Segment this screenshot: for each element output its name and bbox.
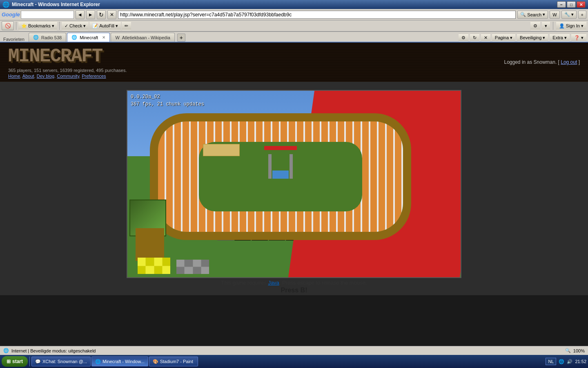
google-search-area: Google: [2, 11, 74, 19]
window-title-area: 🌐 Minecraft - Windows Internet Explorer: [2, 1, 100, 8]
extra-button[interactable]: Extra▾: [550, 34, 570, 42]
mc-sandpit: [203, 144, 240, 156]
mc-logo: MINECRAFT: [8, 46, 127, 67]
forward-button[interactable]: ►: [86, 10, 95, 19]
nav-community[interactable]: Community: [57, 74, 79, 79]
user-icon: 👤: [559, 23, 565, 29]
add-button[interactable]: +: [578, 11, 586, 19]
highlight-button[interactable]: ✏: [122, 21, 131, 30]
mc-stats: 365 players, 151 servers, 16399 register…: [8, 68, 127, 73]
google-search-input[interactable]: [21, 11, 74, 19]
separator2: [59, 22, 60, 30]
tab-close-button[interactable]: ✕: [102, 35, 105, 40]
sign-in-button[interactable]: 👤 Sign In ▾: [556, 21, 586, 30]
tab-icon: W: [115, 35, 119, 40]
windows-icon: ⊞: [7, 359, 11, 364]
window-controls: − □ ✕: [557, 1, 586, 8]
mc-track-outer: [150, 113, 411, 240]
check-dropdown: ▾: [83, 23, 86, 29]
autofill-button[interactable]: 📝 AutoFill ▾: [89, 21, 121, 30]
press-b-text: Press B!: [281, 287, 307, 294]
ie-settings-button[interactable]: ⚙: [530, 21, 540, 30]
stop2-button[interactable]: ✕: [481, 34, 490, 42]
mc-nav: Home, About, Dev blog, Community, Prefer…: [8, 74, 127, 79]
minecraft-page: MINECRAFT 365 players, 151 servers, 1639…: [0, 43, 588, 295]
ie-right-buttons: ⚙ ↻ ✕ Pagina▾ Beveiliging▾ Extra▾ ❓▾: [459, 34, 586, 42]
nav-preferences[interactable]: Preferences: [82, 74, 106, 79]
network-icon: 🌐: [559, 359, 564, 364]
mc-building: [136, 228, 164, 261]
volume-icon: 🔊: [567, 359, 572, 364]
logout-link[interactable]: Log out: [561, 59, 577, 65]
new-tab-button[interactable]: +: [177, 34, 185, 42]
ie-settings2-button[interactable]: ▾: [542, 21, 550, 30]
google-logo: Google: [2, 11, 20, 18]
start-button[interactable]: ⊞ start: [2, 356, 28, 367]
check-button[interactable]: ✓ Check ▾: [62, 21, 89, 30]
sys-tray: NL 🌐 🔊 21:52: [546, 358, 586, 365]
help-button[interactable]: ❓▾: [571, 34, 586, 42]
url-input[interactable]: [118, 11, 516, 19]
search-button[interactable]: 🔍 Search ▾: [517, 11, 548, 19]
minimize-button[interactable]: −: [557, 1, 566, 8]
zoom-icon: 🔍: [565, 348, 571, 353]
taskbar-paint[interactable]: 🎨 Stadium7 - Paint: [149, 357, 198, 366]
taskbar: ⊞ start 💬 XChat: Snowman @... 🌐 Minecraf…: [0, 355, 588, 368]
tab-icon: 🌐: [71, 35, 77, 40]
back-button[interactable]: ◄: [76, 10, 85, 19]
security-button[interactable]: Beveiliging▾: [517, 34, 548, 42]
java-link[interactable]: Java: [268, 280, 279, 286]
favorieten-label: Favorieten: [2, 37, 26, 42]
taskbar-minecraft[interactable]: 🌐 Minecraft - Window...: [91, 357, 148, 366]
nav-about[interactable]: About: [22, 74, 34, 79]
close-button[interactable]: ✕: [577, 1, 586, 8]
tab-wikipedia[interactable]: W Atletiekbaan - Wikipedia: [111, 33, 174, 42]
bookmarks-button[interactable]: ⭐ Bookmarks ▾: [18, 21, 57, 30]
separator3: [553, 22, 553, 30]
nav-home[interactable]: Home: [8, 74, 20, 79]
tab-icon: 🌐: [33, 35, 39, 40]
compat-button[interactable]: ⚙: [459, 34, 468, 42]
tabs-bar: Favorieten 🌐 Radio 538 🌐 Minecraft ✕ W A…: [0, 32, 588, 43]
search-dropdown-icon: ▾: [543, 12, 545, 17]
taskbar-xchat[interactable]: 💬 XChat: Snowman @...: [31, 357, 91, 366]
lang-indicator: NL: [546, 358, 556, 365]
game-wrapper: 0.0.20a_02 367 fps, 21 chunk updates: [127, 90, 461, 294]
taskbar-sep1: [29, 357, 30, 366]
settings-icon: ⚙: [533, 23, 537, 29]
ie-status-bar: 🌐 Internet | Beveiligde modus: uitgescha…: [0, 346, 588, 355]
address-bar: Google ◄ ► ↻ ✕ 🔍 Search ▾ W 🔧 ▾ +: [0, 9, 588, 20]
mc-header: MINECRAFT 365 players, 151 servers, 1639…: [0, 43, 588, 82]
mc-inner-field: [199, 142, 362, 211]
toolbar-icon1[interactable]: 🚫: [2, 21, 14, 30]
game-message: This game requires Java. Press escape to…: [221, 280, 367, 286]
xchat-icon: 💬: [35, 359, 41, 364]
autofill-icon: 📝: [92, 23, 98, 29]
status-icon: 🌐: [3, 348, 9, 353]
check-icon: ✓: [65, 23, 68, 29]
refresh-button[interactable]: ↻: [97, 10, 106, 19]
tab-minecraft[interactable]: 🌐 Minecraft ✕: [67, 33, 110, 42]
page-button[interactable]: Pagina▾: [492, 34, 515, 42]
wiki-button[interactable]: W: [550, 11, 559, 19]
refresh2-button[interactable]: ↻: [470, 34, 479, 42]
stop-button[interactable]: ✕: [107, 10, 116, 19]
tab-label: Radio 538: [41, 35, 62, 40]
minecraft-icon: 🌐: [95, 359, 101, 364]
bookmarks-icon: ⭐: [21, 23, 27, 29]
game-canvas[interactable]: 0.0.20a_02 367 fps, 21 chunk updates: [127, 90, 461, 278]
mc-lanes: [158, 121, 403, 232]
search-icon: 🔍: [520, 12, 526, 17]
tools-button[interactable]: 🔧 ▾: [561, 11, 577, 19]
maximize-button[interactable]: □: [567, 1, 576, 8]
autofill-dropdown: ▾: [116, 23, 118, 29]
title-bar: 🌐 Minecraft - Windows Internet Explorer …: [0, 0, 588, 9]
tab-radio538[interactable]: 🌐 Radio 538: [29, 33, 66, 42]
clock: 21:52: [575, 359, 586, 364]
bookmarks-dropdown: ▾: [52, 23, 54, 29]
mc-hurdle: [264, 146, 297, 179]
ie-icon: 🌐: [2, 1, 9, 8]
mc-user-area: Logged in as Snowman. [ Log out ]: [504, 59, 580, 65]
status-zone: 🌐 Internet | Beveiligde modus: uitgescha…: [3, 348, 96, 353]
nav-devblog[interactable]: Dev blog: [37, 74, 54, 79]
